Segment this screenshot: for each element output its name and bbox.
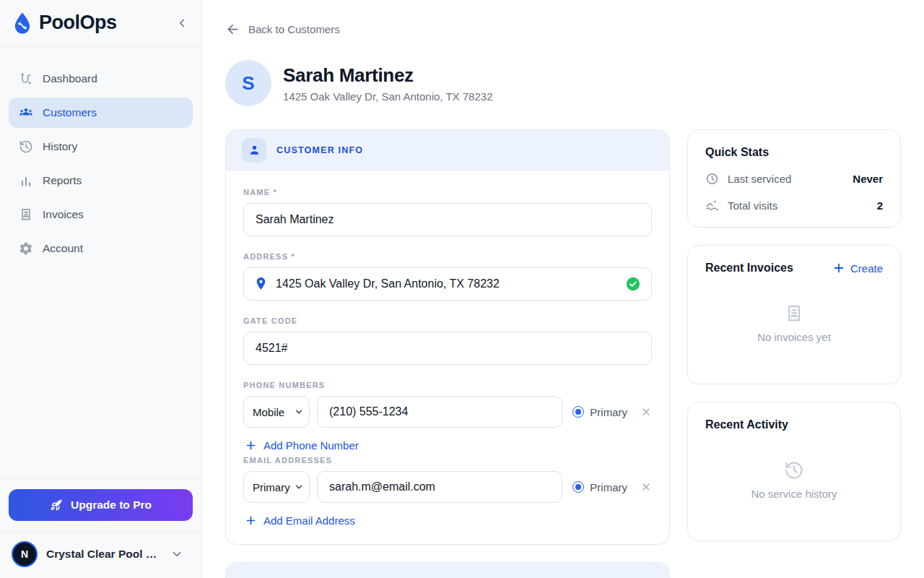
phone-row: Mobile Primary xyxy=(243,396,652,428)
map-pin-icon xyxy=(253,276,269,293)
chevron-left-icon xyxy=(175,17,188,30)
sidebar-nav: Dashboard Customers History Reports Invo… xyxy=(0,46,201,267)
sidebar-item-label: Customers xyxy=(43,106,97,119)
remove-phone-button[interactable] xyxy=(640,406,652,418)
sidebar-item-label: Reports xyxy=(43,174,82,187)
upgrade-to-pro-button[interactable]: Upgrade to Pro xyxy=(9,489,193,521)
name-input[interactable] xyxy=(243,203,652,236)
phone-numbers-section: PHONE NUMBERS Mobile xyxy=(243,381,652,452)
phone-primary-radio[interactable]: Primary xyxy=(572,406,627,418)
sidebar-item-customers[interactable]: Customers xyxy=(9,98,193,128)
name-label: NAME * xyxy=(243,188,652,197)
gate-code-field-group: GATE CODE xyxy=(243,316,652,365)
address-input[interactable] xyxy=(243,267,652,301)
customer-info-card-header: CUSTOMER INFO xyxy=(226,130,669,171)
sidebar: PoolOps Dashboard Customers History xyxy=(0,0,202,578)
history-icon xyxy=(784,460,804,480)
upgrade-section: Upgrade to Pro xyxy=(0,478,201,531)
main-content: Back to Customers S Sarah Martinez 1425 … xyxy=(202,0,924,578)
bar-chart-icon xyxy=(19,173,33,188)
sidebar-logo-row: PoolOps xyxy=(0,0,201,46)
sidebar-item-history[interactable]: History xyxy=(9,131,193,162)
app-logo: PoolOps xyxy=(10,11,117,35)
plus-icon xyxy=(245,439,257,452)
recent-activity-title: Recent Activity xyxy=(705,418,788,431)
phone-type-select[interactable]: Mobile xyxy=(243,396,310,428)
sidebar-item-label: History xyxy=(43,140,77,153)
workspace-avatar: N xyxy=(12,541,38,567)
add-email-label: Add Email Address xyxy=(263,514,355,527)
customer-info-card: CUSTOMER INFO NAME * ADDRESS * xyxy=(225,129,670,545)
customer-avatar: S xyxy=(225,60,271,106)
add-phone-number-button[interactable]: Add Phone Number xyxy=(245,439,359,452)
add-phone-label: Add Phone Number xyxy=(263,439,359,452)
back-link-label: Back to Customers xyxy=(248,23,340,35)
sidebar-item-label: Account xyxy=(43,242,83,255)
stat-value: 2 xyxy=(877,199,883,212)
quick-stats-card: Quick Stats Last serviced Never Total vi… xyxy=(687,129,901,228)
sidebar-item-dashboard[interactable]: Dashboard xyxy=(9,64,193,94)
primary-radio-label: Primary xyxy=(590,481,627,493)
quick-stats-title: Quick Stats xyxy=(705,146,883,159)
close-icon xyxy=(640,406,652,418)
close-icon xyxy=(640,481,652,493)
address-verified-check-icon xyxy=(625,276,641,294)
route-icon xyxy=(19,72,33,86)
workspace-name: Crystal Clear Pool Se… xyxy=(46,548,162,561)
stat-value: Never xyxy=(853,173,883,185)
email-addresses-section: EMAIL ADDRESSES Primary xyxy=(243,456,652,527)
sidebar-item-label: Invoices xyxy=(43,208,84,221)
create-label: Create xyxy=(850,262,883,275)
workspace-switcher[interactable]: N Crystal Clear Pool Se… xyxy=(0,531,201,578)
invoices-empty-state: No invoices yet xyxy=(705,275,883,368)
page-title: Sarah Martinez xyxy=(283,64,492,87)
email-primary-radio[interactable]: Primary xyxy=(572,481,627,493)
email-row: Primary Primary xyxy=(243,471,652,503)
upgrade-button-label: Upgrade to Pro xyxy=(71,499,152,512)
radio-selected-icon xyxy=(572,481,584,493)
back-arrow-icon xyxy=(225,22,240,37)
email-type-select[interactable]: Primary xyxy=(243,471,310,503)
address-label: ADDRESS * xyxy=(243,252,652,261)
stat-row-total-visits: Total visits 2 xyxy=(705,199,883,212)
address-field-group: ADDRESS * xyxy=(243,252,652,301)
sidebar-item-account[interactable]: Account xyxy=(9,233,193,264)
radio-selected-icon xyxy=(572,406,584,418)
email-addresses-label: EMAIL ADDRESSES xyxy=(243,456,652,465)
customer-address-subtitle: 1425 Oak Valley Dr, San Antonio, TX 7823… xyxy=(283,90,492,103)
phone-numbers-label: PHONE NUMBERS xyxy=(243,381,652,389)
stat-row-last-serviced: Last serviced Never xyxy=(705,172,883,186)
person-icon xyxy=(242,138,266,163)
receipt-icon xyxy=(784,303,804,324)
gate-code-input[interactable] xyxy=(243,332,652,365)
sidebar-collapse-button[interactable] xyxy=(175,17,188,30)
chevron-down-icon xyxy=(170,548,183,561)
activity-empty-text: No service history xyxy=(751,488,837,500)
phone-number-input[interactable] xyxy=(317,396,562,428)
next-section-card-header xyxy=(226,563,669,578)
sidebar-item-reports[interactable]: Reports xyxy=(9,165,193,196)
remove-email-button[interactable] xyxy=(640,481,652,493)
email-address-input[interactable] xyxy=(317,471,562,503)
card-title: CUSTOMER INFO xyxy=(276,145,363,155)
gear-icon xyxy=(19,241,33,256)
plus-icon xyxy=(832,262,845,275)
stat-label: Last serviced xyxy=(728,173,844,185)
sidebar-item-label: Dashboard xyxy=(43,72,97,85)
users-icon xyxy=(19,105,33,120)
sidebar-item-invoices[interactable]: Invoices xyxy=(9,199,193,230)
app-title: PoolOps xyxy=(39,12,117,34)
back-to-customers-link[interactable]: Back to Customers xyxy=(225,22,340,37)
plus-icon xyxy=(245,514,257,527)
rocket-icon xyxy=(50,499,64,512)
clock-icon xyxy=(705,172,719,186)
add-email-address-button[interactable]: Add Email Address xyxy=(245,514,355,527)
swimmer-icon xyxy=(705,199,719,212)
next-section-card xyxy=(225,562,670,578)
activity-empty-state: No service history xyxy=(705,431,883,525)
history-icon xyxy=(19,139,33,154)
recent-invoices-title: Recent Invoices xyxy=(705,262,793,275)
stat-label: Total visits xyxy=(728,199,868,212)
receipt-icon xyxy=(19,207,33,222)
create-invoice-button[interactable]: Create xyxy=(832,262,883,275)
